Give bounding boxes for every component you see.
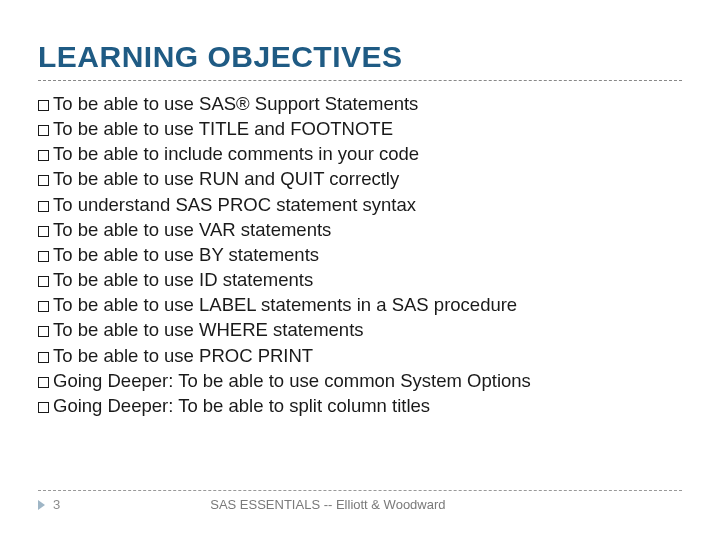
list-item: Going Deeper: To be able to split column… [38, 393, 682, 418]
objective-text: Going Deeper: To be able to use common S… [53, 368, 531, 393]
objective-text: To be able to use TITLE and FOOTNOTE [53, 116, 393, 141]
objective-text: To be able to use BY statements [53, 242, 319, 267]
checkbox-icon [38, 175, 49, 186]
objectives-list: To be able to use SAS® Support Statement… [38, 91, 682, 418]
checkbox-icon [38, 150, 49, 161]
checkbox-icon [38, 251, 49, 262]
objective-text: Going Deeper: To be able to split column… [53, 393, 430, 418]
checkbox-icon [38, 377, 49, 388]
list-item: To be able to use PROC PRINT [38, 343, 682, 368]
footer-row: 3 SAS ESSENTIALS -- Elliott & Woodward [38, 497, 682, 512]
list-item: To be able to use LABEL statements in a … [38, 292, 682, 317]
objective-text: To be able to use VAR statements [53, 217, 331, 242]
objective-text: To be able to include comments in your c… [53, 141, 419, 166]
list-item: To be able to use BY statements [38, 242, 682, 267]
page-title: LEARNING OBJECTIVES [38, 40, 682, 74]
checkbox-icon [38, 352, 49, 363]
footer-divider [38, 490, 682, 491]
checkbox-icon [38, 226, 49, 237]
footer-text: SAS ESSENTIALS -- Elliott & Woodward [210, 497, 445, 512]
objective-text: To understand SAS PROC statement syntax [53, 192, 416, 217]
objective-text: To be able to use PROC PRINT [53, 343, 313, 368]
list-item: To be able to use ID statements [38, 267, 682, 292]
list-item: To be able to use WHERE statements [38, 317, 682, 342]
checkbox-icon [38, 402, 49, 413]
checkbox-icon [38, 201, 49, 212]
objective-text: To be able to use LABEL statements in a … [53, 292, 517, 317]
checkbox-icon [38, 125, 49, 136]
footer: 3 SAS ESSENTIALS -- Elliott & Woodward [38, 490, 682, 512]
slide: LEARNING OBJECTIVES To be able to use SA… [0, 0, 720, 540]
objective-text: To be able to use SAS® Support Statement… [53, 91, 418, 116]
list-item: To be able to use SAS® Support Statement… [38, 91, 682, 116]
list-item: To understand SAS PROC statement syntax [38, 192, 682, 217]
list-item: To be able to include comments in your c… [38, 141, 682, 166]
checkbox-icon [38, 301, 49, 312]
list-item: To be able to use RUN and QUIT correctly [38, 166, 682, 191]
footer-marker-icon [38, 500, 45, 510]
checkbox-icon [38, 276, 49, 287]
objective-text: To be able to use ID statements [53, 267, 313, 292]
checkbox-icon [38, 100, 49, 111]
title-divider [38, 80, 682, 81]
checkbox-icon [38, 326, 49, 337]
list-item: Going Deeper: To be able to use common S… [38, 368, 682, 393]
list-item: To be able to use TITLE and FOOTNOTE [38, 116, 682, 141]
objective-text: To be able to use WHERE statements [53, 317, 364, 342]
objective-text: To be able to use RUN and QUIT correctly [53, 166, 399, 191]
page-number: 3 [53, 497, 60, 512]
list-item: To be able to use VAR statements [38, 217, 682, 242]
